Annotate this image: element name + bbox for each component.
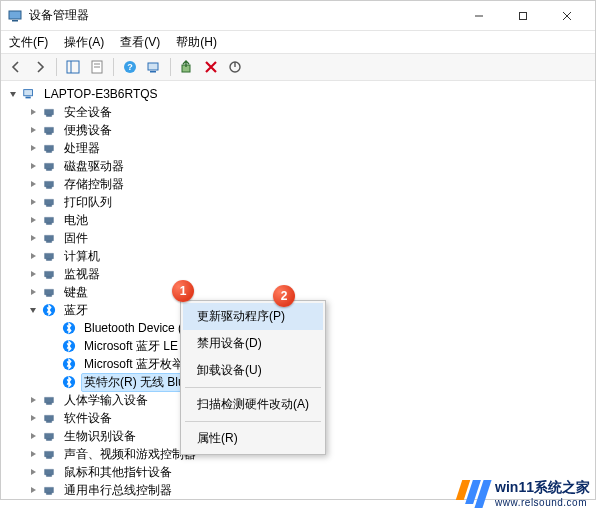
computer-icon bbox=[41, 248, 57, 264]
expand-toggle[interactable] bbox=[27, 142, 39, 154]
menubar: 文件(F) 操作(A) 查看(V) 帮助(H) bbox=[1, 31, 595, 53]
tree-node-label: 监视器 bbox=[61, 265, 103, 284]
close-button[interactable] bbox=[545, 1, 589, 31]
tree-node-label: 键盘 bbox=[61, 283, 91, 302]
tree-node-label: 打印队列 bbox=[61, 193, 115, 212]
category-node[interactable]: 磁盘驱动器 bbox=[5, 157, 595, 175]
tree-node-label: 声音、视频和游戏控制器 bbox=[61, 445, 199, 464]
disable-device-button[interactable] bbox=[224, 56, 246, 78]
audio-icon bbox=[41, 446, 57, 462]
tree-node-label: 便携设备 bbox=[61, 121, 115, 140]
expand-toggle[interactable] bbox=[27, 286, 39, 298]
software-icon bbox=[41, 410, 57, 426]
svg-rect-17 bbox=[24, 90, 33, 96]
svg-text:?: ? bbox=[127, 62, 133, 72]
expand-toggle[interactable] bbox=[27, 448, 39, 460]
help-button[interactable]: ? bbox=[119, 56, 141, 78]
context-menu-item[interactable]: 禁用设备(D) bbox=[183, 330, 323, 357]
watermark: win11系统之家 www.relsound.com bbox=[459, 479, 590, 508]
menu-file[interactable]: 文件(F) bbox=[3, 32, 54, 53]
expand-toggle[interactable] bbox=[27, 484, 39, 496]
window-title: 设备管理器 bbox=[29, 7, 89, 24]
category-node[interactable]: 计算机 bbox=[5, 247, 595, 265]
context-menu-separator bbox=[185, 387, 321, 388]
back-button[interactable] bbox=[5, 56, 27, 78]
menu-action[interactable]: 操作(A) bbox=[58, 32, 110, 53]
expand-toggle[interactable] bbox=[27, 430, 39, 442]
tree-node-label: 磁盘驱动器 bbox=[61, 157, 127, 176]
context-menu-item[interactable]: 属性(R) bbox=[183, 425, 323, 452]
tree-node-label: 计算机 bbox=[61, 247, 103, 266]
category-node[interactable]: 固件 bbox=[5, 229, 595, 247]
collapse-toggle[interactable] bbox=[7, 88, 19, 100]
tree-node-label: 处理器 bbox=[61, 139, 103, 158]
tree-node-label: 固件 bbox=[61, 229, 91, 248]
minimize-button[interactable] bbox=[457, 1, 501, 31]
tree-root[interactable]: LAPTOP-E3B6RTQS bbox=[5, 85, 595, 103]
category-node[interactable]: 安全设备 bbox=[5, 103, 595, 121]
forward-button[interactable] bbox=[29, 56, 51, 78]
expand-toggle[interactable] bbox=[27, 268, 39, 280]
context-menu: 更新驱动程序(P)禁用设备(D)卸载设备(U)扫描检测硬件改动(A)属性(R) bbox=[180, 300, 326, 455]
context-menu-item[interactable]: 更新驱动程序(P) bbox=[183, 303, 323, 330]
expand-toggle[interactable] bbox=[27, 214, 39, 226]
context-menu-separator bbox=[185, 421, 321, 422]
svg-rect-1 bbox=[12, 20, 18, 22]
biometric-icon bbox=[41, 428, 57, 444]
bluetooth-icon bbox=[61, 320, 77, 336]
tree-node-label: 电池 bbox=[61, 211, 91, 230]
expand-toggle[interactable] bbox=[27, 106, 39, 118]
portable-icon bbox=[41, 122, 57, 138]
svg-rect-14 bbox=[150, 71, 156, 73]
uninstall-device-button[interactable] bbox=[200, 56, 222, 78]
expand-toggle[interactable] bbox=[27, 178, 39, 190]
mouse-icon bbox=[41, 464, 57, 480]
cpu-icon bbox=[41, 140, 57, 156]
watermark-url: www.relsound.com bbox=[495, 497, 590, 508]
scan-hardware-button[interactable] bbox=[143, 56, 165, 78]
category-node[interactable]: 便携设备 bbox=[5, 121, 595, 139]
tree-node-label: 蓝牙 bbox=[61, 301, 91, 320]
titlebar: 设备管理器 bbox=[1, 1, 595, 31]
show-hide-console-tree-button[interactable] bbox=[62, 56, 84, 78]
expand-toggle[interactable] bbox=[27, 250, 39, 262]
maximize-button[interactable] bbox=[501, 1, 545, 31]
disk-icon bbox=[41, 158, 57, 174]
tree-node-label: LAPTOP-E3B6RTQS bbox=[41, 86, 161, 102]
context-menu-item[interactable]: 扫描检测硬件改动(A) bbox=[183, 391, 323, 418]
category-node[interactable]: 电池 bbox=[5, 211, 595, 229]
category-node[interactable]: 处理器 bbox=[5, 139, 595, 157]
category-node[interactable]: 打印队列 bbox=[5, 193, 595, 211]
keyboard-icon bbox=[41, 284, 57, 300]
menu-help[interactable]: 帮助(H) bbox=[170, 32, 223, 53]
collapse-toggle[interactable] bbox=[27, 304, 39, 316]
category-node[interactable]: 监视器 bbox=[5, 265, 595, 283]
tree-node-label: 网络适配器 bbox=[61, 499, 127, 500]
expand-toggle[interactable] bbox=[27, 394, 39, 406]
bluetooth-icon bbox=[61, 356, 77, 372]
toolbar-separator bbox=[113, 58, 114, 76]
watermark-logo bbox=[459, 480, 487, 508]
properties-button[interactable] bbox=[86, 56, 108, 78]
svg-rect-3 bbox=[520, 12, 527, 19]
firmware-icon bbox=[41, 230, 57, 246]
storage-icon bbox=[41, 176, 57, 192]
category-node[interactable]: 存储控制器 bbox=[5, 175, 595, 193]
context-menu-item[interactable]: 卸载设备(U) bbox=[183, 357, 323, 384]
update-driver-button[interactable] bbox=[176, 56, 198, 78]
menu-view[interactable]: 查看(V) bbox=[114, 32, 166, 53]
expand-toggle[interactable] bbox=[27, 124, 39, 136]
battery-icon bbox=[41, 212, 57, 228]
expand-toggle[interactable] bbox=[27, 196, 39, 208]
svg-rect-18 bbox=[26, 97, 31, 99]
bluetooth-icon bbox=[61, 338, 77, 354]
tree-node-label: 软件设备 bbox=[61, 409, 115, 428]
tree-node-label: 存储控制器 bbox=[61, 175, 127, 194]
category-node[interactable]: 键盘 bbox=[5, 283, 595, 301]
shield-icon bbox=[41, 104, 57, 120]
watermark-title: win11系统之家 bbox=[495, 479, 590, 497]
expand-toggle[interactable] bbox=[27, 412, 39, 424]
expand-toggle[interactable] bbox=[27, 466, 39, 478]
expand-toggle[interactable] bbox=[27, 160, 39, 172]
expand-toggle[interactable] bbox=[27, 232, 39, 244]
